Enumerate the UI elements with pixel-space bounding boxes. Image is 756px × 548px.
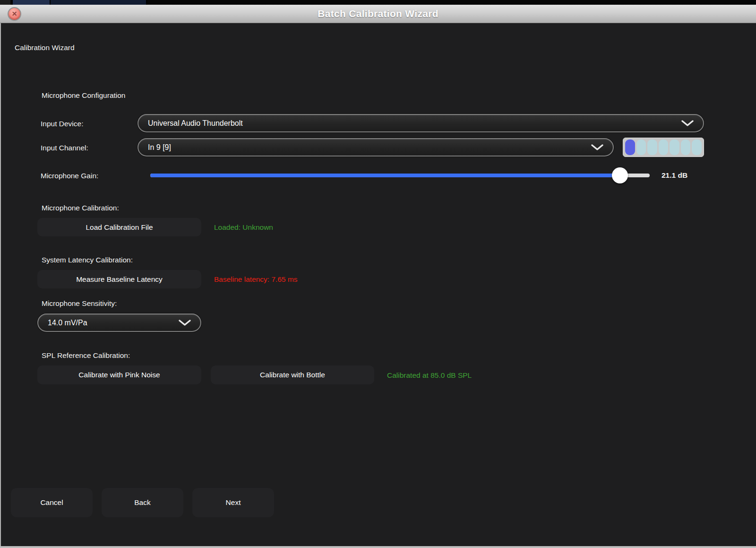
microphone-gain-value: 21.1 dB [662, 171, 687, 180]
microphone-sensitivity-label: Microphone Sensitivity: [42, 299, 117, 308]
close-button[interactable]: ✕ [8, 7, 21, 21]
window-title: Batch Calibration Wizard [318, 8, 438, 19]
spl-calibration-status: Calibrated at 85.0 dB SPL [387, 371, 472, 380]
slider-fill [150, 174, 620, 177]
section-microphone-configuration: Microphone Configuration [42, 91, 126, 100]
chevron-down-icon [179, 320, 191, 326]
load-calibration-file-button[interactable]: Load Calibration File [37, 218, 201, 236]
input-channel-value: In 9 [9] [148, 143, 171, 152]
window-bottom-edge [0, 546, 756, 548]
chevron-down-icon [681, 120, 694, 127]
input-device-label: Input Device: [41, 120, 83, 128]
slider-thumb[interactable] [612, 167, 628, 183]
microphone-gain-slider[interactable] [150, 174, 650, 177]
section-system-latency: System Latency Calibration: [42, 256, 133, 264]
input-channel-label: Input Channel: [41, 144, 88, 152]
calibrate-pink-noise-button[interactable]: Calibrate with Pink Noise [37, 365, 201, 384]
input-channel-select[interactable]: In 9 [9] [137, 138, 614, 157]
microphone-gain-label: Microphone Gain: [41, 172, 98, 180]
next-button[interactable]: Next [192, 488, 274, 517]
section-spl-reference: SPL Reference Calibration: [42, 351, 130, 360]
batch-calibration-wizard-window: ✕ Batch Calibration Wizard Calibration W… [0, 0, 756, 548]
background-window-fragment [0, 0, 10, 5]
meter-segment-active [625, 139, 635, 155]
meter-segment [636, 139, 646, 155]
section-microphone-calibration: Microphone Calibration: [42, 204, 119, 212]
input-device-select[interactable]: Universal Audio Thunderbolt [137, 114, 704, 132]
meter-segment [647, 139, 657, 155]
meter-segment [681, 139, 691, 155]
meter-segment [659, 139, 669, 155]
window-left-edge [0, 23, 1, 546]
page-title: Calibration Wizard [15, 43, 75, 52]
title-bar: ✕ Batch Calibration Wizard [0, 5, 756, 23]
background-window-fragment [51, 0, 147, 5]
background-window-strip [0, 0, 756, 5]
meter-segment [670, 139, 679, 155]
calibrate-bottle-button[interactable]: Calibrate with Bottle [211, 365, 374, 384]
baseline-latency-status: Baseline latency: 7.65 ms [214, 275, 298, 284]
cancel-button[interactable]: Cancel [11, 488, 93, 517]
calibration-load-status: Loaded: Unknown [214, 223, 273, 232]
input-device-value: Universal Audio Thunderbolt [148, 119, 243, 128]
background-window-fragment [12, 0, 51, 5]
meter-segment [692, 139, 702, 155]
chevron-down-icon [591, 144, 603, 151]
microphone-sensitivity-value: 14.0 mV/Pa [48, 319, 87, 327]
close-icon: ✕ [12, 10, 17, 17]
back-button[interactable]: Back [102, 488, 183, 517]
measure-baseline-latency-button[interactable]: Measure Baseline Latency [37, 270, 201, 288]
input-level-meter [623, 138, 704, 157]
microphone-sensitivity-select[interactable]: 14.0 mV/Pa [37, 313, 201, 332]
